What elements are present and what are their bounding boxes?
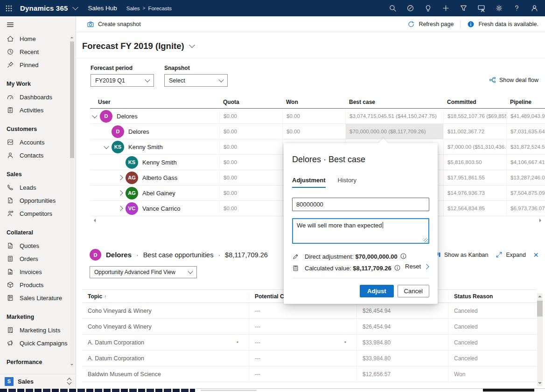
scroll-down-icon[interactable] xyxy=(70,364,73,367)
expand-chevron-icon[interactable] xyxy=(117,174,124,181)
presenter-icon[interactable] xyxy=(477,4,485,12)
sidebar-item[interactable]: Products xyxy=(0,278,69,291)
column-header-quota[interactable]: Quota xyxy=(219,99,282,105)
scroll-down-icon[interactable] xyxy=(538,382,542,386)
amount-cell[interactable]: $33,984.80 xyxy=(356,351,448,366)
scrollbar-thumb[interactable] xyxy=(70,41,74,158)
quota-cell[interactable]: $0.00 xyxy=(219,201,282,216)
amount-cell[interactable]: $33,984.80 xyxy=(356,335,448,350)
sidebar-item[interactable]: Orders xyxy=(0,252,69,265)
table-row[interactable]: A. Datum Corporation --- $33,984.80 Canc… xyxy=(82,351,537,366)
create-snapshot-button[interactable]: Create snapshot xyxy=(87,21,141,28)
popup-tab[interactable]: Adjustment xyxy=(292,177,326,188)
column-header-won[interactable]: Won xyxy=(282,99,345,105)
quota-cell[interactable]: $0.00 xyxy=(219,109,282,124)
won-cell[interactable]: $0.00 xyxy=(282,124,345,139)
show-as-kanban-button[interactable]: Show as Kanban xyxy=(434,251,489,258)
breadcrumb-item[interactable]: Sales xyxy=(126,6,140,11)
quota-cell[interactable]: $0.00 xyxy=(219,155,282,170)
amount-cell[interactable]: $12,656.57 xyxy=(356,366,448,382)
app-name[interactable]: Sales Hub xyxy=(88,5,117,12)
sidebar-item[interactable]: My Work xyxy=(0,77,69,90)
sidebar-item[interactable]: Marketing Lists xyxy=(0,323,69,337)
table-row[interactable]: Baldwin Museum of Science --- $12,656.57… xyxy=(82,366,537,382)
cancel-button[interactable]: Cancel xyxy=(398,285,429,297)
expand-chevron-icon[interactable] xyxy=(91,112,98,120)
status-reason-cell[interactable]: Canceled xyxy=(448,303,537,318)
show-deal-flow-button[interactable]: Show deal flow xyxy=(489,76,538,83)
view-selector[interactable]: Opportunity Advanced Find View xyxy=(90,266,197,278)
expand-button[interactable]: Expand xyxy=(496,251,525,258)
pipeline-cell[interactable]: $41,489,043.97 xyxy=(506,109,545,124)
pipeline-cell[interactable]: $31,872,524.59 xyxy=(506,139,545,154)
committed-cell[interactable]: $14,976,936.73 xyxy=(443,186,506,200)
adjustment-note-textarea[interactable]: We will sell more than expected xyxy=(292,218,429,244)
sidebar-item[interactable]: Quick Campaigns xyxy=(0,337,69,350)
topic-cell[interactable]: A. Datum Corporation xyxy=(82,351,249,366)
best-case-cell[interactable]: $3,074,715,045.51 ($44,150,247.75) xyxy=(345,109,443,124)
compose-icon[interactable] xyxy=(406,4,414,12)
sidebar-item[interactable]: Sales Literature xyxy=(0,291,69,304)
user-cell[interactable]: AG Alberto Gass xyxy=(90,170,219,185)
user-cell[interactable]: KS Kenny Smith xyxy=(90,155,219,170)
area-switch-chevrons-icon[interactable] xyxy=(68,378,71,384)
sidebar-item[interactable]: Accounts xyxy=(0,136,69,149)
adjustment-amount-input[interactable] xyxy=(292,198,429,211)
settings-icon[interactable] xyxy=(495,4,503,12)
resize-handle-icon[interactable] xyxy=(424,238,428,242)
sidebar-item[interactable]: Customers xyxy=(0,123,69,136)
account-icon[interactable] xyxy=(531,4,538,12)
column-header-best-case[interactable]: Best case xyxy=(345,99,443,105)
add-icon[interactable] xyxy=(442,4,450,12)
topic-cell[interactable]: Coho Vineyard & Winery xyxy=(82,319,249,334)
column-header-committed[interactable]: Committed xyxy=(443,99,506,105)
sidebar-item[interactable]: Contacts xyxy=(0,149,69,162)
expand-chevron-icon[interactable] xyxy=(103,143,110,151)
area-switcher[interactable]: S Sales xyxy=(0,374,76,388)
column-header-pipeline[interactable]: Pipeline xyxy=(506,99,545,105)
committed-cell[interactable]: $17,951,861.55 xyxy=(443,170,506,185)
scroll-left-icon[interactable] xyxy=(92,219,96,222)
sidebar-item[interactable]: Collateral xyxy=(0,226,69,239)
quota-cell[interactable]: $0.00 xyxy=(219,139,282,154)
sidebar-item[interactable]: Invoices xyxy=(0,265,69,278)
breadcrumb-item[interactable]: Forecasts xyxy=(148,6,172,11)
waffle-icon[interactable] xyxy=(5,5,13,12)
search-icon[interactable] xyxy=(389,4,397,12)
table-row[interactable]: A. Datum Corporation --- $33,984.80 Canc… xyxy=(82,335,537,351)
potential-customer-cell[interactable]: --- xyxy=(249,351,356,366)
sidebar-scrollbar[interactable] xyxy=(70,35,74,367)
quota-cell[interactable]: $0.00 xyxy=(219,124,282,139)
popup-tab[interactable]: History xyxy=(338,177,356,188)
filter-icon[interactable] xyxy=(460,4,468,12)
close-icon[interactable]: × xyxy=(533,250,538,259)
sidebar-item[interactable]: Opportunities xyxy=(0,194,69,207)
sidebar-item[interactable]: Marketing xyxy=(0,310,69,323)
potential-customer-cell[interactable]: --- xyxy=(249,303,356,318)
brand-chevron-icon[interactable] xyxy=(73,4,79,10)
vertical-scrollbar[interactable] xyxy=(537,293,543,386)
refresh-page-button[interactable]: Refresh page xyxy=(407,21,454,28)
scroll-up-icon[interactable] xyxy=(70,35,73,38)
quota-cell[interactable]: $0.00 xyxy=(219,170,282,185)
snapshot-select[interactable]: Select xyxy=(164,74,228,87)
best-case-cell[interactable]: $70,000,000.00 ($8,117,709.26) xyxy=(345,124,443,139)
sidebar-item[interactable]: Performance xyxy=(0,356,69,369)
adjust-button[interactable]: Adjust xyxy=(360,285,393,297)
expand-chevron-icon[interactable] xyxy=(117,205,124,212)
amount-cell[interactable]: $26,454.94 xyxy=(356,303,448,318)
info-outline-icon[interactable] xyxy=(400,253,407,260)
sidebar-item[interactable]: Sales xyxy=(0,168,69,181)
table-row[interactable]: Coho Vineyard & Winery --- $26,454.94 Ca… xyxy=(82,303,537,319)
pipeline-cell[interactable]: $7,031,635.64 xyxy=(506,124,545,139)
brand-title[interactable]: Dynamics 365 xyxy=(20,4,68,12)
user-cell[interactable]: AG Abel Gainey xyxy=(90,186,219,200)
committed-cell[interactable]: $11,002,367.72 xyxy=(443,124,506,139)
pipeline-cell[interactable]: $13,287,246.02 xyxy=(506,170,545,185)
sidebar-item[interactable]: Dashboards xyxy=(0,90,69,103)
sidebar-item[interactable]: Recent xyxy=(0,45,69,58)
committed-cell[interactable]: $18,552,107.76 ($69,855,544.3 xyxy=(443,109,506,124)
status-reason-cell[interactable]: Canceled xyxy=(448,351,537,366)
help-icon[interactable] xyxy=(513,4,521,12)
forecast-row[interactable]: D Delores $0.00 $0.00 $3,074,715,045.51 … xyxy=(90,109,545,124)
